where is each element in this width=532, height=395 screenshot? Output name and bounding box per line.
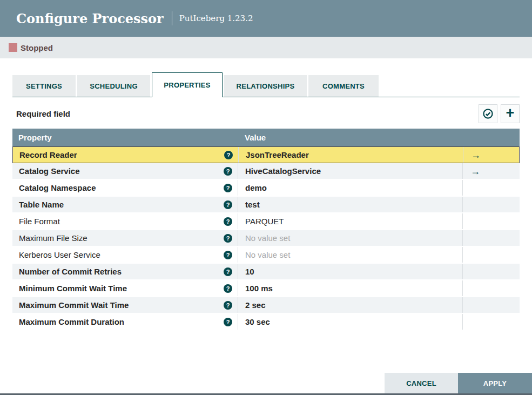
table-row[interactable]: Maximum File Size ? No value set bbox=[12, 230, 520, 247]
property-name: Record Reader bbox=[19, 150, 224, 159]
tab-label: SCHEDULING bbox=[90, 82, 138, 90]
properties-toolbar: Required field + bbox=[12, 97, 520, 129]
property-value[interactable]: No value set bbox=[245, 250, 290, 259]
configure-processor-dialog: Configure Processor PutIceberg 1.23.2 St… bbox=[0, 0, 532, 395]
table-row[interactable]: Catalog Service ? HiveCatalogService → bbox=[12, 163, 520, 180]
dialog-title: Configure Processor bbox=[16, 11, 164, 26]
help-icon[interactable]: ? bbox=[224, 217, 232, 226]
go-to-service-icon[interactable]: → bbox=[470, 166, 480, 176]
property-name: Catalog Service bbox=[19, 166, 224, 176]
tab-relationships[interactable]: RELATIONSHIPS bbox=[224, 75, 307, 97]
status-bar: Stopped bbox=[0, 37, 532, 58]
property-value[interactable]: HiveCatalogService bbox=[245, 166, 321, 176]
table-row[interactable]: Table Name ? test bbox=[12, 197, 520, 213]
table-row[interactable]: Catalog Namespace ? demo bbox=[12, 180, 520, 197]
tab-label: RELATIONSHIPS bbox=[237, 82, 295, 90]
tab-comments[interactable]: COMMENTS bbox=[308, 75, 379, 97]
table-row[interactable]: Minimum Commit Wait Time ? 100 ms bbox=[12, 280, 520, 297]
table-row[interactable]: Maximum Commit Wait Time ? 2 sec bbox=[12, 297, 520, 314]
apply-button-label: APPLY bbox=[483, 379, 507, 387]
help-icon[interactable]: ? bbox=[224, 167, 232, 176]
circle-check-icon bbox=[482, 108, 494, 119]
property-name: File Format bbox=[19, 217, 224, 226]
dialog-footer: CANCEL APPLY bbox=[385, 373, 532, 393]
dialog-header: Configure Processor PutIceberg 1.23.2 bbox=[0, 0, 532, 37]
help-icon[interactable]: ? bbox=[224, 200, 232, 209]
help-icon[interactable]: ? bbox=[224, 301, 232, 310]
property-name: Maximum Commit Wait Time bbox=[19, 300, 224, 310]
help-icon[interactable]: ? bbox=[224, 184, 232, 192]
help-icon[interactable]: ? bbox=[224, 318, 232, 326]
table-row[interactable]: Maximum Commit Duration ? 30 sec bbox=[12, 314, 520, 331]
tab-settings[interactable]: SETTINGS bbox=[12, 75, 76, 97]
properties-table: Property Value Record Reader ? JsonTreeR… bbox=[12, 129, 520, 331]
help-icon[interactable]: ? bbox=[224, 284, 232, 293]
property-value[interactable]: 10 bbox=[245, 267, 254, 276]
value-column-header: Value bbox=[238, 133, 462, 142]
go-to-service-icon[interactable]: → bbox=[471, 150, 481, 160]
tab-strip: SETTINGS SCHEDULING PROPERTIES RELATIONS… bbox=[12, 72, 520, 97]
property-value[interactable]: No value set bbox=[245, 233, 290, 243]
cancel-button[interactable]: CANCEL bbox=[385, 373, 458, 393]
property-name: Number of Commit Retries bbox=[19, 267, 224, 276]
tab-label: COMMENTS bbox=[322, 82, 365, 90]
tab-label: SETTINGS bbox=[26, 82, 62, 90]
property-name: Maximum File Size bbox=[19, 233, 224, 243]
tab-scheduling[interactable]: SCHEDULING bbox=[77, 75, 150, 97]
property-value[interactable]: PARQUET bbox=[245, 217, 284, 226]
status-label: Stopped bbox=[21, 43, 53, 52]
property-value[interactable]: 2 sec bbox=[245, 300, 266, 310]
property-value[interactable]: demo bbox=[245, 183, 267, 192]
table-row[interactable]: Kerberos User Service ? No value set bbox=[12, 247, 520, 264]
property-column-header: Property bbox=[12, 133, 238, 142]
help-icon[interactable]: ? bbox=[224, 151, 233, 159]
table-body: Record Reader ? JsonTreeReader → Catalog… bbox=[12, 146, 520, 331]
property-name: Table Name bbox=[19, 200, 224, 209]
required-field-label: Required field bbox=[16, 109, 70, 118]
property-value[interactable]: 100 ms bbox=[245, 284, 273, 293]
title-separator bbox=[172, 11, 172, 25]
help-icon[interactable]: ? bbox=[224, 267, 232, 276]
property-value[interactable]: 30 sec bbox=[245, 317, 270, 326]
table-row[interactable]: File Format ? PARQUET bbox=[12, 213, 520, 230]
add-property-button[interactable]: + bbox=[501, 104, 520, 123]
help-icon[interactable]: ? bbox=[224, 234, 232, 243]
apply-button[interactable]: APPLY bbox=[458, 373, 532, 393]
processor-type-version: PutIceberg 1.23.2 bbox=[179, 14, 253, 23]
property-value[interactable]: JsonTreeReader bbox=[246, 150, 309, 159]
property-name: Minimum Commit Wait Time bbox=[19, 284, 224, 293]
property-name: Kerberos User Service bbox=[19, 250, 224, 259]
property-value[interactable]: test bbox=[245, 200, 260, 209]
stopped-icon bbox=[9, 43, 17, 52]
table-row[interactable]: Record Reader ? JsonTreeReader → bbox=[12, 146, 520, 163]
tab-properties[interactable]: PROPERTIES bbox=[152, 72, 223, 97]
cancel-button-label: CANCEL bbox=[406, 379, 436, 387]
verify-properties-button[interactable] bbox=[479, 104, 497, 123]
plus-icon: + bbox=[506, 106, 515, 120]
property-name: Catalog Namespace bbox=[19, 183, 224, 192]
table-row[interactable]: Number of Commit Retries ? 10 bbox=[12, 264, 520, 280]
dialog-content: SETTINGS SCHEDULING PROPERTIES RELATIONS… bbox=[0, 72, 532, 331]
tab-label: PROPERTIES bbox=[164, 81, 210, 89]
help-icon[interactable]: ? bbox=[224, 251, 232, 259]
property-name: Maximum Commit Duration bbox=[19, 317, 224, 326]
table-header-row: Property Value bbox=[12, 129, 520, 146]
